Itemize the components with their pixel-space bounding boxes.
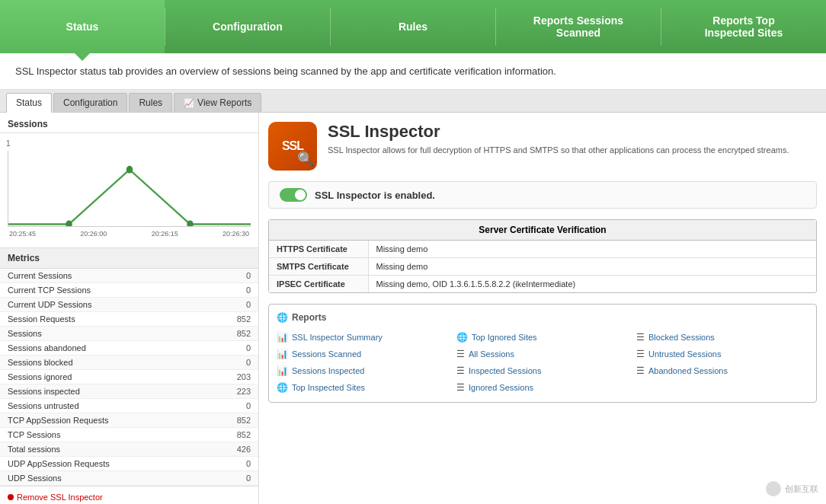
- metric-label: Sessions abandoned: [0, 341, 206, 356]
- metric-label: Sessions untrusted: [0, 399, 206, 413]
- nav-reports-sessions[interactable]: Reports SessionsScanned: [496, 0, 661, 53]
- metric-label: Current Sessions: [0, 269, 206, 283]
- cert-table: HTTPS CertificateMissing demoSMTPS Certi…: [269, 241, 816, 292]
- metric-label: UDP AppSession Requests: [0, 457, 206, 471]
- table-row: Sessions ignored203: [0, 370, 258, 384]
- report-label: Blocked Sessions: [648, 333, 715, 342]
- metric-value: 223: [206, 384, 258, 399]
- metric-label: TCP Sessions: [0, 428, 206, 442]
- chart-x-3: 20:26:30: [223, 230, 249, 238]
- metric-value: 852: [206, 327, 258, 341]
- report-link-item[interactable]: ☰Ignored Sessions: [456, 381, 629, 394]
- left-panel: Sessions 1 20:25:45 20:26:00 20:26:15 20…: [0, 113, 259, 504]
- watermark: 创新互联: [766, 481, 818, 496]
- report-link-item[interactable]: 📊Sessions Scanned: [277, 347, 449, 361]
- table-row: Sessions blocked0: [0, 356, 258, 370]
- table-row: Sessions852: [0, 327, 258, 341]
- tab-rules-label: Rules: [139, 97, 162, 108]
- ssl-description: SSL Inspector allows for full decryption…: [328, 145, 789, 156]
- report-link-item[interactable]: ☰Inspected Sessions: [456, 364, 629, 378]
- metrics-header-label: Metrics: [8, 253, 40, 263]
- metric-label: Current UDP Sessions: [0, 298, 206, 312]
- sessions-header: Sessions: [0, 113, 258, 133]
- report-label: Abandoned Sessions: [648, 366, 728, 375]
- metric-label: Sessions ignored: [0, 370, 206, 384]
- cert-table-title: Server Certificate Verification: [269, 220, 816, 241]
- reports-title-label: Reports: [292, 312, 326, 323]
- report-link-item[interactable]: ☰All Sessions: [456, 347, 629, 361]
- chart-line-area: [8, 151, 251, 227]
- report-label: Sessions Inspected: [292, 366, 364, 375]
- report-link-item[interactable]: ☰Abandoned Sessions: [636, 364, 808, 378]
- chart-svg: [8, 151, 251, 226]
- metric-label: Sessions: [0, 327, 206, 341]
- nav-reports-sessions-label: Reports SessionsScanned: [533, 14, 623, 39]
- nav-rules[interactable]: Rules: [331, 0, 495, 53]
- report-icon: 📊: [277, 365, 288, 376]
- magnify-icon: 🔍: [297, 151, 314, 167]
- report-link-item[interactable]: ☰Blocked Sessions: [636, 330, 808, 344]
- remove-ssl-button[interactable]: Remove SSL Inspector: [8, 493, 103, 502]
- cert-value: Missing demo: [368, 241, 816, 258]
- report-icon: ☰: [636, 332, 645, 343]
- cert-verification-container: Server Certificate Verification HTTPS Ce…: [268, 219, 817, 293]
- watermark-icon: [766, 481, 781, 496]
- report-icon: ☰: [456, 349, 465, 359]
- report-link-item[interactable]: 🌐Top Ignored Sites: [456, 330, 629, 344]
- report-link-item[interactable]: 📊SSL Inspector Summary: [277, 330, 449, 344]
- report-label: Sessions Scanned: [292, 349, 361, 359]
- sessions-header-label: Sessions: [8, 119, 48, 129]
- metric-value: 0: [206, 471, 258, 486]
- table-row: IPSEC CertificateMissing demo, OID 1.3.6…: [269, 276, 816, 293]
- report-link-item[interactable]: 🌐Top Inspected Sites: [277, 381, 449, 394]
- chart-x-0: 20:25:45: [9, 230, 36, 238]
- nav-configuration[interactable]: Configuration: [165, 0, 330, 53]
- right-panel: SSL 🔍 SSL Inspector SSL Inspector allows…: [259, 113, 826, 504]
- cert-label: IPSEC Certificate: [269, 276, 368, 293]
- tab-status[interactable]: Status: [6, 93, 52, 113]
- remove-icon: [8, 494, 14, 500]
- toggle-knob: [295, 190, 306, 200]
- enabled-row: SSL Inspector is enabled.: [268, 181, 817, 209]
- ssl-header: SSL 🔍 SSL Inspector SSL Inspector allows…: [268, 122, 817, 171]
- cert-value: Missing demo, OID 1.3.6.1.5.5.8.2.2 (ike…: [368, 276, 816, 293]
- metric-value: 0: [206, 298, 258, 312]
- nav-reports-top[interactable]: Reports TopInspected Sites: [661, 0, 826, 53]
- svg-point-1: [126, 166, 133, 174]
- inner-tab-bar: Status Configuration Rules 📈 View Report…: [0, 90, 826, 113]
- nav-status[interactable]: Status: [0, 0, 165, 53]
- tab-configuration[interactable]: Configuration: [53, 93, 127, 112]
- chart-icon: 📈: [184, 98, 194, 108]
- nav-configuration-label: Configuration: [213, 21, 283, 33]
- metric-label: Session Requests: [0, 312, 206, 327]
- table-row: Sessions untrusted0: [0, 399, 258, 413]
- top-navigation: Status Configuration Rules Reports Sessi…: [0, 0, 826, 53]
- reports-section: 🌐 Reports 📊SSL Inspector Summary🌐Top Ign…: [268, 304, 817, 403]
- watermark-text: 创新互联: [785, 483, 818, 495]
- report-link-item[interactable]: ☰Untrusted Sessions: [636, 347, 808, 361]
- tab-rules[interactable]: Rules: [129, 93, 172, 112]
- ssl-info: SSL Inspector SSL Inspector allows for f…: [328, 122, 789, 156]
- chart-x-labels: 20:25:45 20:26:00 20:26:15 20:26:30: [8, 230, 251, 238]
- metrics-header: Metrics: [0, 247, 258, 269]
- report-icon: 🌐: [277, 382, 288, 393]
- tab-status-label: Status: [16, 97, 42, 108]
- report-icon: 📊: [277, 349, 288, 359]
- table-row: Current Sessions0: [0, 269, 258, 283]
- report-link-item[interactable]: 📊Sessions Inspected: [277, 364, 449, 378]
- tab-configuration-label: Configuration: [63, 97, 117, 108]
- reports-title: 🌐 Reports: [277, 312, 808, 323]
- description-content: SSL Inspector status tab provides an ove…: [15, 65, 556, 77]
- cert-label: SMTPS Certificate: [269, 258, 368, 276]
- table-row: Session Requests852: [0, 312, 258, 327]
- report-icon: ☰: [636, 349, 645, 359]
- metric-value: 0: [206, 457, 258, 471]
- metric-label: Current TCP Sessions: [0, 283, 206, 298]
- metric-value: 0: [206, 356, 258, 370]
- tab-view-reports[interactable]: 📈 View Reports: [174, 93, 261, 112]
- report-icon: 🌐: [456, 332, 468, 343]
- enabled-toggle[interactable]: [280, 188, 307, 202]
- cert-value: Missing demo: [368, 258, 816, 276]
- metric-value: 0: [206, 283, 258, 298]
- report-icon: 📊: [277, 332, 288, 343]
